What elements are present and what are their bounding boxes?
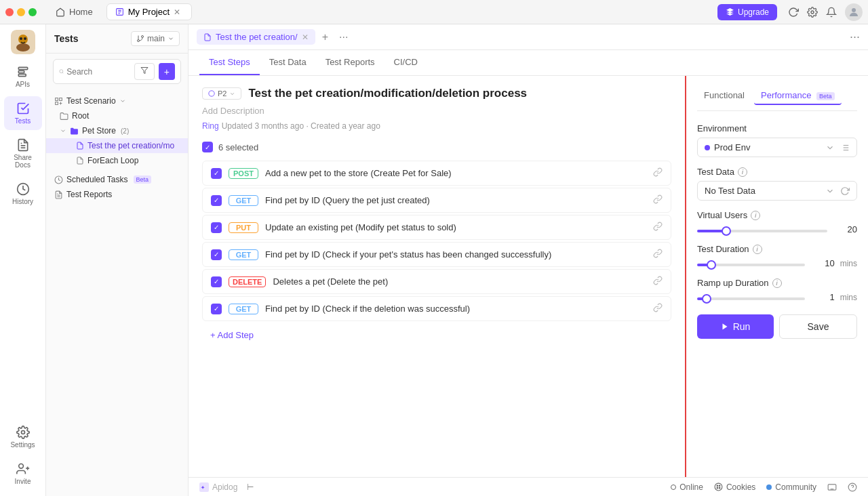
priority-label: P2 bbox=[218, 89, 226, 98]
project-avatar[interactable] bbox=[11, 30, 35, 54]
step-item[interactable]: DELETE Deletes a pet (Delete the pet) bbox=[202, 269, 671, 294]
sidebar-item-tests[interactable]: Tests bbox=[4, 96, 42, 130]
sub-tab-ci-cd[interactable]: CI/CD bbox=[384, 50, 427, 75]
more-tabs-button[interactable]: ··· bbox=[335, 31, 352, 43]
select-all-checkbox[interactable] bbox=[202, 142, 213, 152]
settings-icon bbox=[16, 426, 30, 439]
step-item[interactable]: GET Find pet by ID (Query the pet just c… bbox=[202, 188, 671, 213]
tab-project[interactable]: My Project ✕ bbox=[106, 3, 192, 20]
refresh-small-icon[interactable] bbox=[840, 186, 850, 196]
maximize-dot[interactable] bbox=[28, 8, 37, 16]
panel-tab-functional[interactable]: Functional bbox=[697, 87, 751, 105]
step-method-badge: GET bbox=[229, 195, 258, 206]
step-item[interactable]: GET Find pet by ID (Check if your pet's … bbox=[202, 242, 671, 267]
sidebar-item-apis[interactable]: APIs bbox=[4, 60, 42, 94]
cookies-status[interactable]: Cookies bbox=[714, 482, 755, 492]
tests-label: Tests bbox=[15, 117, 31, 125]
collapse-icon[interactable]: ⊢ bbox=[247, 482, 254, 492]
step-item[interactable]: GET Find pet by ID (Check if the deletio… bbox=[202, 296, 671, 321]
step-link-icon[interactable] bbox=[653, 194, 663, 206]
test-duration-slider[interactable] bbox=[697, 264, 805, 266]
environment-select[interactable]: Prod Env bbox=[697, 138, 857, 157]
settings-label: Settings bbox=[10, 441, 35, 449]
step-checkbox[interactable] bbox=[211, 195, 222, 206]
community-status[interactable]: Community bbox=[766, 482, 816, 492]
test-description[interactable]: Add Description bbox=[202, 106, 671, 116]
step-item[interactable]: POST Add a new pet to the store (Create … bbox=[202, 161, 671, 186]
tree-scheduled-tasks[interactable]: Scheduled Tasks Beta bbox=[46, 172, 188, 187]
gear-icon[interactable] bbox=[807, 7, 818, 18]
bell-icon[interactable] bbox=[826, 7, 837, 18]
refresh-icon[interactable] bbox=[788, 7, 799, 18]
add-step-label: + Add Step bbox=[210, 330, 254, 340]
question-icon[interactable] bbox=[848, 482, 857, 492]
tree-test-item[interactable]: Test the pet creation/mo bbox=[46, 138, 188, 153]
step-checkbox[interactable] bbox=[211, 249, 222, 260]
svg-point-7 bbox=[24, 37, 26, 40]
tab-home[interactable]: Home bbox=[47, 4, 101, 20]
tree-pet-store[interactable]: Pet Store (2) bbox=[46, 123, 188, 138]
add-tab-button[interactable]: + bbox=[318, 31, 332, 43]
svg-point-1 bbox=[811, 11, 814, 14]
svg-rect-9 bbox=[18, 70, 24, 73]
panel-tab-performance[interactable]: Performance Beta bbox=[754, 87, 842, 105]
panel-buttons: Run Save bbox=[697, 314, 857, 339]
step-checkbox[interactable] bbox=[211, 304, 222, 314]
apidog-logo: ✦ Apidog bbox=[199, 482, 237, 492]
avatar[interactable] bbox=[845, 3, 863, 21]
tree-root[interactable]: Root bbox=[46, 108, 188, 123]
step-checkbox[interactable] bbox=[211, 276, 222, 287]
upgrade-button[interactable]: Upgrade bbox=[717, 4, 777, 20]
step-method-badge: POST bbox=[229, 168, 258, 179]
step-link-icon[interactable] bbox=[653, 167, 663, 179]
sidebar-search-area: + bbox=[46, 54, 188, 89]
sidebar-item-invite[interactable]: Invite bbox=[4, 457, 42, 491]
svg-rect-24 bbox=[56, 98, 58, 100]
content-tab-test[interactable]: Test the pet creation/ ✕ bbox=[197, 29, 315, 45]
add-step-button[interactable]: + Add Step bbox=[202, 323, 671, 347]
keyboard-icon[interactable] bbox=[827, 482, 837, 492]
step-link-icon[interactable] bbox=[653, 303, 663, 314]
ramp-up-slider[interactable] bbox=[697, 297, 805, 300]
svg-point-40 bbox=[715, 483, 722, 491]
online-status[interactable]: Online bbox=[671, 482, 703, 492]
sub-tab-test-data[interactable]: Test Data bbox=[260, 50, 316, 75]
search-input[interactable] bbox=[66, 67, 132, 77]
filter-button[interactable] bbox=[134, 63, 155, 80]
close-dot[interactable] bbox=[5, 8, 14, 16]
minimize-dot[interactable] bbox=[17, 8, 25, 16]
sidebar-item-history[interactable]: History bbox=[4, 177, 42, 211]
sub-tab-test-reports[interactable]: Test Reports bbox=[316, 50, 384, 75]
run-button[interactable]: Run bbox=[697, 314, 774, 339]
virtual-users-slider[interactable] bbox=[697, 230, 827, 232]
chevron-down-icon bbox=[60, 127, 66, 134]
tab-close-icon[interactable]: ✕ bbox=[174, 7, 183, 17]
chevron-down-icon bbox=[825, 186, 835, 196]
priority-badge[interactable]: P2 bbox=[202, 87, 241, 100]
panel-more-button[interactable]: ··· bbox=[850, 30, 860, 43]
tree-foreach[interactable]: ForEach Loop bbox=[46, 153, 188, 168]
list-icon[interactable] bbox=[840, 143, 850, 152]
virtual-users-section: Virtual Users i 20 bbox=[697, 210, 857, 234]
sub-tab-test-steps[interactable]: Test Steps bbox=[199, 50, 260, 75]
content-tab-close-icon[interactable]: ✕ bbox=[302, 33, 309, 42]
sidebar-item-settings[interactable]: Settings bbox=[4, 420, 42, 454]
step-item[interactable]: PUT Update an existing pet (Modify pet s… bbox=[202, 215, 671, 240]
step-checkbox[interactable] bbox=[211, 168, 222, 179]
right-panel: Functional Performance Beta Environment bbox=[685, 76, 868, 477]
sidebar-item-share-docs[interactable]: Share Docs bbox=[4, 133, 42, 174]
tree-test-reports[interactable]: Test Reports bbox=[46, 187, 188, 202]
ramp-up-label: Ramp up Duration i bbox=[697, 278, 857, 288]
step-checkbox[interactable] bbox=[211, 222, 222, 233]
add-button[interactable]: + bbox=[159, 63, 175, 80]
svg-rect-26 bbox=[56, 102, 58, 104]
step-link-icon[interactable] bbox=[653, 276, 663, 287]
step-link-icon[interactable] bbox=[653, 249, 663, 260]
virtual-users-info-icon: i bbox=[751, 211, 760, 220]
step-link-icon[interactable] bbox=[653, 222, 663, 233]
test-data-select[interactable]: No Test Data bbox=[697, 181, 857, 201]
scheduled-tasks-label: Scheduled Tasks bbox=[66, 175, 128, 184]
branch-selector[interactable]: main bbox=[131, 31, 180, 46]
tree-scenario-header[interactable]: Test Scenario bbox=[46, 94, 188, 108]
save-button[interactable]: Save bbox=[779, 314, 857, 339]
